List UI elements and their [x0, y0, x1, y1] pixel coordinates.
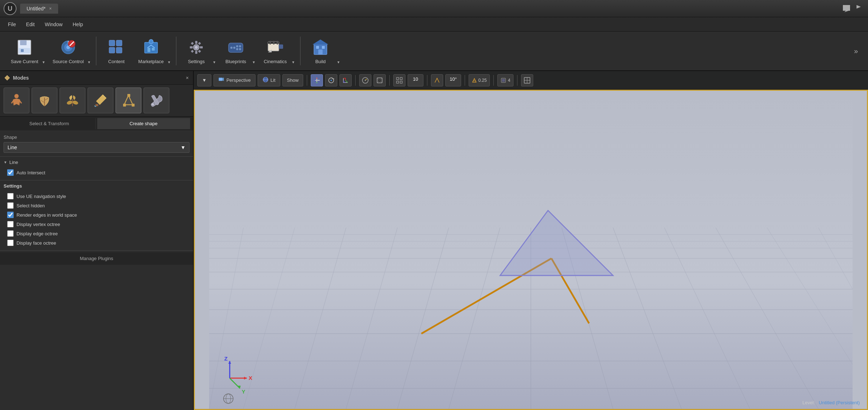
vp-sep-5	[465, 75, 465, 86]
show-button[interactable]: Show	[282, 74, 304, 86]
grid-size-value[interactable]: 10	[408, 74, 423, 86]
svg-rect-65	[397, 77, 399, 80]
svg-rect-41	[277, 41, 278, 44]
mode-tools-icon[interactable]	[144, 88, 169, 113]
build-button[interactable]: Build	[304, 35, 337, 67]
camera-speed-button[interactable]	[359, 74, 371, 86]
mode-paint-icon[interactable]	[88, 88, 113, 113]
setting-face-octree-checkbox[interactable]	[7, 240, 14, 246]
shape-dropdown[interactable]: Line ▼	[4, 142, 189, 153]
mode-icons-row	[0, 85, 193, 117]
angle-snap-button[interactable]	[431, 74, 443, 86]
mode-foliage-icon[interactable]	[60, 88, 85, 113]
build-arrow[interactable]: ▼	[337, 35, 342, 67]
toolbar-expand-button[interactable]: »	[851, 46, 861, 57]
svg-point-17	[149, 39, 153, 44]
line-section-header[interactable]: ▼ Line	[4, 160, 189, 165]
cinematics-button[interactable]: Cinematics	[259, 35, 291, 67]
setting-ue-nav-checkbox[interactable]	[7, 193, 14, 199]
rotate-mode-button[interactable]	[325, 74, 337, 86]
svg-rect-25	[200, 46, 203, 48]
source-control-button[interactable]: Source Control	[49, 35, 88, 67]
cinematics-arrow[interactable]: ▼	[291, 35, 296, 67]
marketplace-button[interactable]: Marketplace	[135, 35, 167, 67]
restore-viewport-button[interactable]	[521, 74, 533, 86]
angle-value[interactable]: 10°	[445, 74, 461, 86]
settings-button[interactable]: Settings	[180, 35, 212, 67]
viewport-scene: X Y Z	[195, 91, 867, 409]
chat-icon[interactable]	[841, 4, 851, 14]
lit-button[interactable]: Lit	[258, 74, 280, 86]
tab-create-shape[interactable]: Create shape	[97, 118, 190, 129]
perspective-button[interactable]: Perspective	[214, 74, 255, 86]
settings-header: Settings	[4, 183, 189, 189]
blueprints-arrow[interactable]: ▼	[252, 35, 257, 67]
svg-point-51	[66, 100, 73, 105]
source-control-arrow[interactable]: ▼	[87, 35, 92, 67]
auto-intersect-label: Auto Intersect	[17, 170, 45, 175]
auto-intersect-checkbox[interactable]	[7, 169, 14, 176]
setting-vertex-octree-label: Display vertex octree	[17, 222, 60, 227]
flag-icon[interactable]	[854, 4, 864, 14]
setting-edge-octree-checkbox[interactable]	[7, 230, 14, 237]
setting-select-hidden-checkbox[interactable]	[7, 202, 14, 209]
maximize-button[interactable]	[374, 74, 386, 86]
svg-rect-55	[127, 94, 130, 97]
save-current-arrow[interactable]: ▼	[42, 35, 47, 67]
scale-snap-button[interactable]: 0.25	[469, 74, 490, 86]
marketplace-arrow[interactable]: ▼	[167, 35, 172, 67]
menu-help[interactable]: Help	[68, 20, 87, 29]
content-button[interactable]: Content	[100, 35, 132, 67]
cinematics-label: Cinematics	[264, 59, 287, 64]
menu-window[interactable]: Window	[41, 20, 67, 29]
settings-group: Settings ▼	[180, 35, 217, 67]
svg-rect-39	[269, 41, 271, 44]
setting-render-edges-row: Render edges in world space	[4, 210, 189, 220]
viewport-dropdown-button[interactable]: ▼	[197, 74, 211, 86]
svg-rect-40	[273, 41, 275, 44]
svg-rect-5	[21, 49, 24, 52]
svg-rect-4	[19, 48, 30, 53]
level-label: Level:	[802, 400, 815, 405]
settings-arrow[interactable]: ▼	[212, 35, 217, 67]
modes-close-button[interactable]: ×	[186, 75, 189, 81]
setting-render-edges-checkbox[interactable]	[7, 212, 14, 218]
translate-mode-button[interactable]	[311, 74, 323, 86]
modes-panel: Modes ×	[0, 71, 194, 410]
vp-sep-4	[427, 75, 427, 86]
mode-geometry-icon[interactable]	[116, 88, 141, 113]
menu-file[interactable]: File	[4, 20, 20, 29]
viewport-dropdown-arrow-icon: ▼	[202, 77, 207, 83]
title-tab[interactable]: Untitled* ×	[20, 4, 58, 14]
svg-rect-53	[95, 104, 98, 106]
auto-intersect-row: Auto Intersect	[4, 168, 189, 177]
setting-vertex-octree-checkbox[interactable]	[7, 221, 14, 227]
save-current-button[interactable]: Save Current	[7, 35, 42, 67]
viewport-canvas[interactable]: X Y Z Level: Untitled (Persistent)	[194, 90, 868, 410]
layer-button[interactable]: 4	[497, 74, 513, 86]
build-label: Build	[315, 59, 326, 64]
save-current-group: Save Current ▼	[7, 35, 47, 67]
ue-logo-icon: U	[4, 2, 17, 15]
close-tab-button[interactable]: ×	[49, 6, 52, 11]
svg-rect-46	[322, 46, 325, 49]
svg-rect-24	[190, 46, 193, 48]
blueprints-button[interactable]: Blueprints	[220, 35, 252, 67]
tab-select-transform[interactable]: Select & Transform	[3, 118, 96, 129]
grid-snap-button[interactable]	[393, 74, 405, 86]
setting-select-hidden-label: Select hidden	[17, 203, 45, 208]
settings-label: Settings	[188, 59, 205, 64]
mode-select-transform-icon[interactable]	[4, 88, 29, 113]
setting-select-hidden-row: Select hidden	[4, 201, 189, 210]
shape-dropdown-arrow: ▼	[180, 145, 186, 150]
setting-vertex-octree-row: Display vertex octree	[4, 220, 189, 229]
left-tabs-row: Select & Transform Create shape	[0, 117, 193, 131]
mode-placement-icon[interactable]	[32, 88, 57, 113]
scale-mode-button[interactable]	[339, 74, 352, 86]
svg-point-32	[233, 47, 235, 49]
svg-rect-18	[147, 48, 150, 52]
svg-text:Y: Y	[242, 388, 245, 395]
menu-edit[interactable]: Edit	[22, 20, 39, 29]
manage-plugins-button[interactable]: Manage Plugins	[0, 252, 193, 265]
svg-rect-29	[198, 50, 201, 52]
